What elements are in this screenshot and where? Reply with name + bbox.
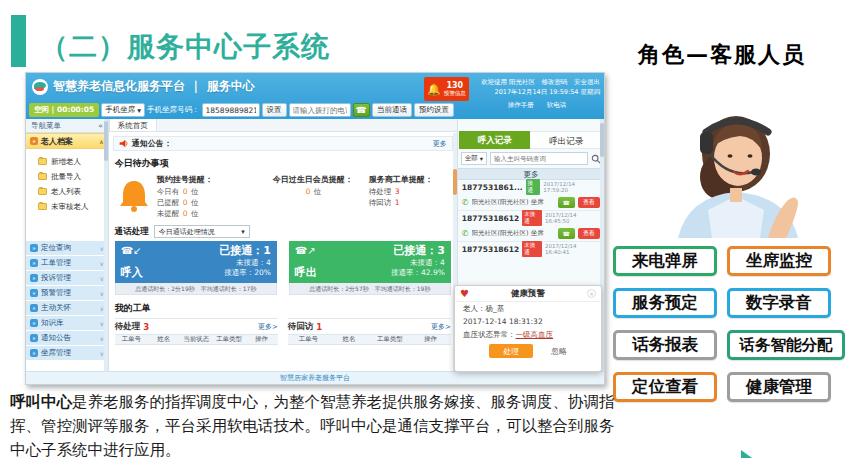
caller-search-input[interactable] [490,152,588,165]
arrow-icon: » [30,259,38,267]
sidebar-collapse-icon[interactable]: « [98,121,103,130]
blood-pressure-level[interactable]: 一级高血压 [516,330,554,339]
heart-icon: ♥ [460,289,469,299]
pending-count: 3 [143,322,149,332]
sidebar-item-alert-mgmt[interactable]: »预警管理∨ [26,286,108,300]
arrow-icon: » [30,319,38,327]
current-call-button[interactable]: 当前通话 [372,103,412,117]
order-panels: 待处理 3 更多> 工单号 姓名 当前状态 工单类型 操作 [115,318,451,345]
sidebar-submenu: 新增老人 批量导入 老人列表 未审核老人 [26,149,108,241]
inbound-rate: 接通率：20% [219,268,271,278]
notice-more-link[interactable]: 更多 [433,139,447,149]
call-record-row[interactable]: 18775318612 未接通 2017/12/14 16:45:50 [458,211,604,225]
chevron-down-icon: ▾ [241,228,245,236]
callback-button[interactable]: ☎ [558,197,575,208]
pending-table-headers: 工单号 姓名 当前状态 工单类型 操作 [115,334,278,345]
view-button[interactable]: 查看 [578,197,600,208]
callback-more-link[interactable]: 更多> [431,322,451,332]
seat-type-select[interactable]: 手机坐席▾ [101,103,145,117]
description-paragraph: 呼叫中心是养老服务的指挥调度中心，为整个智慧养老提供服务嫁接、服务调度、协调指挥… [10,390,618,462]
tab-inbound-records[interactable]: 呼入记录 [459,131,531,149]
inbound-card: ☎↙ 呼入 已接通：1 未接通：4 接通率：20% 总通话时长：2分19秒 平均… [115,241,277,295]
feature-location-view[interactable]: 定位查看 [613,372,717,402]
settings-button[interactable]: 设置 [262,103,287,117]
sidebar-item-batch-import[interactable]: 批量导入 [38,169,108,184]
feature-smart-distribution[interactable]: 话务智能分配 [727,330,845,360]
incoming-call-icon: ✆ [462,198,469,207]
arrow-icon: » [30,244,38,252]
call-period-select[interactable]: 今日通话处理情况▾ [154,225,250,238]
notice-title: 通知公告： [132,138,172,149]
tab-bar: 系统首页 [109,119,457,132]
dial-number-input[interactable] [289,103,351,117]
call-handling-title: 通话处理 [115,226,149,238]
sidebar-item-location-query[interactable]: »定位查询∨ [26,241,108,255]
feature-buttons: 来电弹屏 坐席监控 服务预定 数字录音 话务报表 话务智能分配 定位查看 健康管… [613,246,847,402]
tab-system-home[interactable]: 系统首页 [109,119,157,131]
manual-link[interactable]: 操作手册 [508,101,534,109]
feature-service-booking[interactable]: 服务预定 [613,288,717,318]
call-handling-row: 通话处理 今日通话处理情况▾ [115,225,451,238]
call-record-row[interactable]: 1877531861... 接通 2017/12/14 17:59:20 [458,180,604,194]
incoming-phone-icon: ☎↙ [121,245,142,256]
sidebar-title: 导航菜单 [31,121,61,131]
alert-count: 130 [446,81,463,90]
module-name: 服务中心 [207,78,255,95]
feature-seat-monitor[interactable]: 坐席监控 [727,246,831,276]
arrow-icon: » [30,137,38,145]
softphone-link[interactable]: 软电话 [547,101,567,109]
seat-number-label: 手机坐席号码： [147,105,200,115]
alert-notification-button[interactable]: 🔔 130 预警信息 [424,77,469,101]
outbound-connected: 已接通：3 [391,244,445,258]
close-icon[interactable]: × [587,289,596,298]
reminder-bell-icon [117,178,151,214]
bell-icon: 🔔 [427,84,441,95]
callback-table-headers: 工单号 姓名 工单类型 操作 [288,334,451,345]
reminder-birthday: 今日过生日会员提醒： 0 位 [257,174,369,197]
sidebar-item-elder-archive[interactable]: » 老人档案 ∧ [26,133,108,149]
sidebar-item-notices[interactable]: »通知公告∨ [26,331,108,345]
my-orders-title: 我的工单 [115,302,451,315]
feature-call-popup[interactable]: 来电弹屏 [613,246,717,276]
welcome-links[interactable]: 欢迎使用 阳光社区 修改密码 安全退出 [474,77,600,87]
outbound-missed: 未接通：4 [391,258,445,268]
tab-outbound-records[interactable]: 呼出记录 [530,131,603,149]
todo-title: 今日待办事项 [115,157,451,170]
feature-health-management[interactable]: 健康管理 [727,372,831,402]
notice-bar: 通知公告： 更多 [113,136,453,151]
call-record-row[interactable]: 18775318612 未接通 2017/12/14 16:40:41 [458,242,604,256]
inbound-durations: 总通话时长：2分19秒 平均通话时长：17秒 [115,283,277,295]
popup-alert-time: 2017-12-14 18:31:32 [455,315,601,328]
slide-canvas: （二）服务中心子系统 角色—客服人员 来电弹屏 坐席监控 服务预定 数字录音 话… [0,0,850,468]
speaker-icon [119,139,128,148]
callback-button[interactable]: ☎ [558,228,575,239]
ignore-button[interactable]: 忽略 [551,346,567,357]
status-badge: 接通 [526,179,541,195]
alert-label: 预警信息 [444,90,466,97]
feature-traffic-report[interactable]: 话务报表 [613,330,717,360]
sidebar-item-knowledge-base[interactable]: »知识库∨ [26,316,108,330]
folder-icon [38,203,47,210]
chevron-down-icon: ▾ [137,106,141,115]
sidebar-item-unreviewed-elder[interactable]: 未审核老人 [38,199,108,214]
sidebar-item-seat-mgmt[interactable]: »坐席管理∨ [26,346,108,360]
nav-sidebar: 导航菜单 « » 老人档案 ∧ 新增老人 批量导入 老人列表 未审核老人 »定位… [26,119,109,371]
sidebar-item-active-care[interactable]: »主动关怀∨ [26,301,108,315]
sidebar-item-elder-list[interactable]: 老人列表 [38,184,108,199]
reservation-settings-button[interactable]: 预约设置 [414,103,454,117]
record-filter-select[interactable]: 全部▾ [461,152,487,165]
handle-button[interactable]: 处理 [489,344,533,358]
feature-digital-recording[interactable]: 数字录音 [727,288,831,318]
view-button[interactable]: 查看 [578,228,600,239]
sidebar-item-add-elder[interactable]: 新增老人 [38,154,108,169]
sidebar-item-workorder-mgmt[interactable]: »工单管理∨ [26,256,108,270]
dial-button[interactable]: ☎ [353,103,370,117]
record-search-row: 全部▾ [458,149,604,168]
reminder-provider-orders: 服务商工单提醒： 待处理 3 待回访 1 [369,174,453,208]
pending-more-link[interactable]: 更多> [258,322,278,332]
incoming-call-icon: ✆ [462,229,469,238]
seat-number-input[interactable] [202,103,260,117]
chevron-down-icon: ▾ [480,155,483,163]
sidebar-scrollbar[interactable] [104,119,108,371]
sidebar-item-complaint-mgmt[interactable]: »投诉管理∨ [26,271,108,285]
